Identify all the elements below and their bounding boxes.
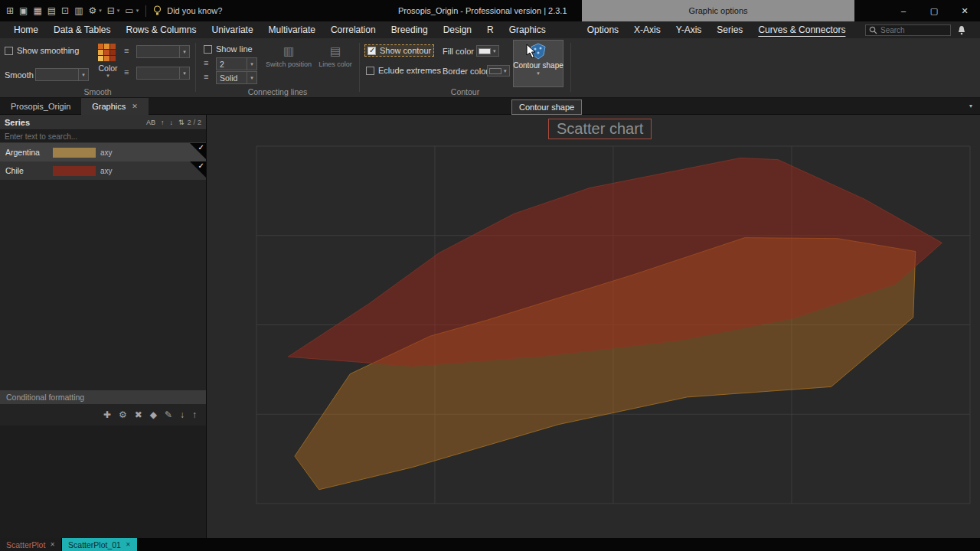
line-list-icon: ≡	[124, 46, 129, 55]
smooth-width-dropdown[interactable]	[136, 45, 190, 58]
search-box[interactable]	[865, 24, 951, 36]
series-row-chile[interactable]: Chileaxy✓	[0, 161, 206, 180]
switch-position-button[interactable]: ▥ Switch position	[265, 40, 312, 84]
close-icon[interactable]: ✕	[132, 103, 138, 110]
style-icon[interactable]: ◆	[150, 409, 157, 420]
view-tab-scatterplot[interactable]: ScatterPlot✕	[0, 538, 62, 551]
border-color-swatch	[489, 68, 501, 74]
palette-color	[104, 44, 109, 49]
tab-list-dropdown-icon[interactable]: ▾	[969, 103, 972, 109]
copy-icon[interactable]: ▥	[74, 5, 83, 16]
menu-item-home[interactable]: Home	[6, 24, 46, 35]
menu-item-options[interactable]: Options	[580, 24, 626, 35]
lines-color-icon: ▤	[330, 45, 341, 57]
save-all-icon[interactable]: ▦	[33, 5, 41, 16]
smooth-style-dropdown[interactable]	[136, 67, 190, 80]
color-palette-icon[interactable]	[98, 44, 116, 61]
section-label-smooth: Smooth	[0, 87, 195, 96]
smooth-type-dropdown[interactable]	[35, 68, 89, 81]
menu-item-x-axis[interactable]: X-Axis	[626, 24, 668, 35]
checkbox-icon	[204, 45, 212, 54]
table-icon[interactable]: ⊞	[6, 5, 14, 16]
series-search-row	[0, 130, 206, 143]
edit-icon[interactable]: ✎	[165, 409, 172, 420]
chevron-down-icon	[179, 67, 189, 79]
series-search-input[interactable]	[5, 132, 201, 141]
context-tab-graphic-options[interactable]: Graphic options	[582, 0, 854, 21]
series-row-argentina[interactable]: Argentinaaxy✓	[0, 143, 206, 161]
contour-shape-button[interactable]: Contour shape ▾	[513, 40, 564, 87]
settings-icon[interactable]: ⚙	[119, 409, 127, 420]
divider	[570, 43, 571, 92]
menu-item-r[interactable]: R	[479, 24, 501, 35]
menu-item-curves-connectors[interactable]: Curves & Connectors	[750, 24, 853, 35]
menu-item-multivariate[interactable]: Multivariate	[261, 24, 323, 35]
lines-color-button[interactable]: ▤ Lines color	[315, 40, 356, 84]
sort-alpha-icon[interactable]: AB	[146, 119, 155, 126]
maximize-button[interactable]: ▢	[919, 0, 949, 21]
divider	[145, 5, 146, 17]
print-icon[interactable]: ⊡	[61, 5, 69, 16]
menu-item-correlation[interactable]: Correlation	[323, 24, 384, 35]
menu-item-design[interactable]: Design	[436, 24, 479, 35]
chart-title[interactable]: Scatter chart	[548, 119, 652, 139]
application-window: ⊞▣▦▤⊡▥⚙▾⊟▾▭▾ Did you know? Prosopis_Orig…	[0, 0, 980, 551]
remove-icon[interactable]: ✖	[135, 409, 142, 420]
minimize-button[interactable]: –	[888, 0, 919, 21]
show-smoothing-checkbox[interactable]: Show smoothing	[5, 46, 79, 55]
menu-item-series[interactable]: Series	[709, 24, 750, 35]
color-dropdown-button[interactable]: Color	[94, 64, 122, 79]
move-up-icon[interactable]: ↑	[192, 409, 197, 420]
titlebar: ⊞▣▦▤⊡▥⚙▾⊟▾▭▾ Did you know? Prosopis_Orig…	[0, 0, 980, 21]
palette-color	[98, 56, 103, 61]
fill-color-dropdown[interactable]	[476, 45, 499, 57]
border-color-dropdown[interactable]	[487, 65, 510, 77]
close-icon[interactable]: ✕	[50, 541, 55, 548]
chevron-down-icon: ▾	[99, 8, 102, 14]
ribbon-section-smooth: Show smoothing Smooth Color ≡ ≡ Smooth	[0, 38, 195, 98]
ribbon: Show smoothing Smooth Color ≡ ≡ Smooth	[0, 38, 980, 98]
open-folder-icon[interactable]: ▤	[47, 5, 56, 16]
eclude-extremes-label: Eclude extremes	[378, 66, 441, 75]
chevron-down-icon	[179, 46, 189, 57]
show-line-checkbox[interactable]: Show line	[204, 44, 253, 54]
line-width-dropdown[interactable]: 2	[216, 57, 257, 70]
close-icon[interactable]: ✕	[126, 541, 131, 548]
show-contour-checkbox[interactable]: Show contour	[365, 45, 433, 56]
close-button[interactable]: ✕	[949, 0, 980, 21]
move-down-icon[interactable]: ↓	[180, 409, 185, 420]
menu-item-breeding[interactable]: Breeding	[384, 24, 436, 35]
move-down-icon[interactable]: ↓	[169, 119, 173, 126]
tools-icon[interactable]: ⊟	[107, 5, 115, 16]
sort-count-icon[interactable]: ⇅	[178, 119, 185, 126]
quick-access-toolbar: ⊞▣▦▤⊡▥⚙▾⊟▾▭▾	[0, 5, 139, 16]
settings-gear-icon[interactable]: ⚙	[89, 5, 97, 16]
chevron-down-icon	[78, 69, 88, 80]
notifications-bell-icon[interactable]	[957, 25, 966, 35]
doc-tab-graphics[interactable]: Graphics ✕	[81, 98, 149, 115]
menu-item-graphics[interactable]: Graphics	[501, 24, 554, 35]
palette-color	[98, 50, 103, 55]
series-panel-title: Series	[5, 118, 30, 127]
smooth-label: Smooth	[5, 70, 34, 80]
menu-item-y-axis[interactable]: Y-Axis	[668, 24, 710, 35]
section-label-contour: Contour	[360, 87, 570, 96]
did-you-know-text[interactable]: Did you know?	[167, 6, 222, 15]
doc-tab-prosopis-origin[interactable]: Prosopis_Origin	[0, 98, 81, 115]
save-icon[interactable]: ▣	[19, 5, 28, 16]
move-up-icon[interactable]: ↑	[161, 119, 165, 126]
search-icon	[869, 26, 877, 34]
checkbox-icon	[366, 67, 374, 75]
eclude-extremes-checkbox[interactable]: Eclude extremes	[366, 66, 441, 75]
add-icon[interactable]: ✚	[103, 409, 111, 420]
display-icon[interactable]: ▭	[125, 5, 133, 16]
menu-item-data-tables[interactable]: Data & Tables	[46, 24, 119, 35]
line-style-dropdown[interactable]: Solid	[216, 71, 257, 84]
menu-item-univariate[interactable]: Univariate	[204, 24, 261, 35]
ribbon-section-connecting-lines: Show line ≡ 2 ≡ Solid ▥ Switch position …	[196, 38, 359, 98]
search-input[interactable]	[880, 26, 947, 34]
border-color-label: Border color	[443, 67, 488, 76]
menu-item-rows-columns[interactable]: Rows & Columns	[119, 24, 204, 35]
view-tab-scatterplot_01[interactable]: ScatterPlot_01✕	[62, 538, 138, 551]
palette-color	[110, 56, 116, 61]
